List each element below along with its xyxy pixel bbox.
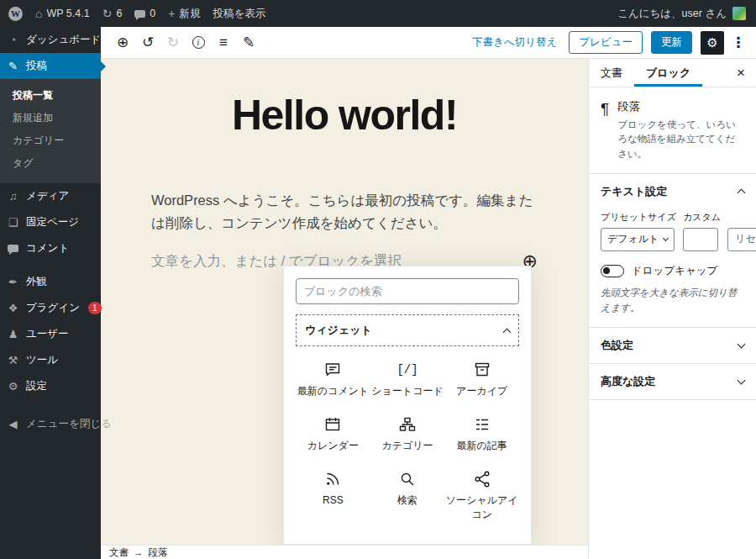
share-icon [472, 469, 492, 489]
sidebar-item-media[interactable]: ♫ メディア [0, 183, 101, 209]
comments-count: 0 [150, 8, 155, 19]
edit-tool-button[interactable]: ✎ [237, 31, 260, 55]
block-search-input[interactable] [296, 278, 519, 304]
block-card: ¶ 段落 ブロックを使って、いろいろな物語を組み立ててください。 [589, 87, 756, 174]
chevron-up-icon [503, 328, 512, 336]
current-menu-arrow-icon [101, 61, 106, 71]
submenu-item-all-posts[interactable]: 投稿一覧 [0, 84, 101, 107]
advanced-settings-panel: 高度な設定 [589, 364, 756, 400]
block-type-label: RSS [323, 493, 344, 507]
plugin-icon: ❖ [7, 303, 19, 314]
block-type-latest-posts[interactable]: 最新の記事 [444, 414, 519, 452]
block-type-label: 最新の記事 [457, 439, 507, 452]
sidebar-item-label: コメント [26, 241, 69, 256]
sidebar-item-users[interactable]: ♟ ユーザー [0, 321, 101, 347]
archive-icon [472, 360, 492, 380]
preset-size-label: プリセットサイズ [601, 211, 676, 224]
reset-button[interactable]: リセット [727, 228, 756, 251]
user-greeting[interactable]: こんにちは、user さん [617, 7, 727, 21]
sidebar-item-appearance[interactable]: ✒ 外観 [0, 269, 101, 295]
collapse-arrow-icon: ◀ [7, 419, 19, 430]
site-name-label: WP 5.4.1 [46, 8, 89, 19]
sidebar-item-plugins[interactable]: ❖ プラグイン 1 [0, 295, 101, 321]
block-card-description: ブロックを使って、いろいろな物語を組み立ててください。 [617, 118, 744, 161]
brush-icon: ✒ [7, 277, 19, 287]
menu-separator [0, 261, 101, 269]
post-paragraph-block[interactable]: WordPress へようこそ。こちらは最初の投稿です。編集または削除し、コンテ… [151, 189, 538, 234]
sidebar-item-posts[interactable]: ✎ 投稿 [0, 53, 101, 79]
block-type-calendar[interactable]: カレンダー [296, 414, 370, 452]
color-settings-header[interactable]: 色設定 [589, 328, 756, 363]
post-title-field[interactable]: Hello world! [151, 92, 538, 139]
block-type-shortcode[interactable]: [/] ショートコード [370, 360, 445, 398]
block-inserter-button[interactable]: ⊕ [111, 31, 134, 55]
advanced-settings-header[interactable]: 高度な設定 [589, 364, 756, 399]
view-post-link[interactable]: 投稿を表示 [213, 7, 265, 21]
preset-size-select[interactable]: デフォルト [601, 228, 675, 251]
settings-sidebar: 文書 ブロック × ¶ 段落 ブロックを使って、いろいろな物語を組み立ててくださ… [588, 59, 756, 559]
block-card-title: 段落 [617, 99, 744, 114]
comment-icon [323, 360, 343, 380]
block-type-label: カレンダー [307, 439, 359, 452]
widgets-section-header[interactable]: ウィジェット [296, 314, 519, 346]
media-icon: ♫ [7, 191, 19, 202]
block-type-rss[interactable]: RSS [296, 469, 370, 520]
submenu-item-tags[interactable]: タグ [0, 152, 101, 175]
update-button[interactable]: 更新 [651, 31, 692, 54]
block-type-latest-comments[interactable]: 最新のコメント [296, 360, 370, 398]
settings-gear-button[interactable]: ⚙ [701, 31, 724, 55]
block-type-search[interactable]: 検索 [370, 469, 445, 520]
sidebar-item-tools[interactable]: ⚒ ツール [0, 347, 101, 373]
sidebar-item-dashboard[interactable]: ◔ ダッシュボード [0, 27, 101, 53]
user-avatar[interactable] [732, 7, 746, 20]
custom-size-input[interactable] [683, 228, 718, 251]
block-type-social-icons[interactable]: ソーシャルアイコン [444, 469, 519, 520]
tools-icon: ⚒ [7, 355, 19, 366]
calendar-icon [323, 414, 343, 435]
comments-icon [7, 243, 19, 254]
block-type-categories[interactable]: カテゴリー [370, 414, 445, 452]
new-content-menu[interactable]: + 新規 [168, 7, 200, 21]
sidebar-item-pages[interactable]: ❏ 固定ページ [0, 209, 101, 235]
block-type-archives[interactable]: アーカイブ [444, 360, 519, 398]
admin-bar: W ⌂ WP 5.4.1 ↻ 6 0 + 新規 投稿を表示 こんにちは、user… [0, 0, 756, 27]
preview-button[interactable]: プレビュー [569, 31, 643, 54]
updates-indicator[interactable]: ↻ 6 [102, 8, 123, 19]
latest-posts-icon [472, 414, 492, 435]
redo-button[interactable]: ↻ [161, 31, 185, 55]
comment-bubble-icon [134, 10, 145, 18]
switch-to-draft-button[interactable]: 下書きへ切り替え [472, 35, 557, 50]
breadcrumb-current-block[interactable]: 段落 [149, 546, 168, 559]
tab-document[interactable]: 文書 [589, 59, 634, 87]
sidebar-item-comments[interactable]: コメント [0, 235, 101, 261]
close-settings-button[interactable]: × [726, 59, 756, 87]
text-settings-header[interactable]: テキスト設定 [589, 174, 756, 209]
block-type-label: ショートコード [371, 384, 443, 398]
wordpress-logo-menu[interactable]: W [8, 7, 23, 21]
site-name-menu[interactable]: ⌂ WP 5.4.1 [35, 8, 90, 19]
tab-block[interactable]: ブロック [634, 59, 702, 87]
content-structure-button[interactable]: i [186, 31, 210, 55]
editor-toolbar: ⊕ ↺ ↻ i ≡ ✎ 下書きへ切り替え プレビュー 更新 ⚙ ⋮ [101, 27, 756, 59]
sidebar-item-label: 固定ページ [26, 215, 79, 229]
submenu-item-categories[interactable]: カテゴリー [0, 129, 101, 152]
block-grid: 最新のコメント [/] ショートコード アーカイブ [296, 346, 519, 521]
admin-menu: ◔ ダッシュボード ✎ 投稿 投稿一覧 新規追加 カテゴリー タグ ♫ メディア… [0, 27, 101, 559]
dropcap-toggle[interactable] [601, 265, 624, 277]
sidebar-item-label: メディア [26, 189, 69, 203]
panel-title: 色設定 [601, 338, 633, 353]
update-icon: ↻ [102, 8, 113, 19]
rss-icon [323, 469, 343, 489]
breadcrumb-document[interactable]: 文書 [109, 546, 129, 559]
collapse-menu-button[interactable]: ◀ メニューを閉じる [0, 411, 101, 437]
sidebar-item-label: ツール [26, 353, 58, 367]
block-type-label: 最新のコメント [297, 384, 369, 398]
breadcrumb-arrow-icon: → [134, 547, 144, 557]
comments-indicator[interactable]: 0 [134, 8, 155, 19]
submenu-item-add-new[interactable]: 新規追加 [0, 107, 101, 129]
undo-button[interactable]: ↺ [136, 31, 160, 55]
sidebar-item-settings[interactable]: ⚙ 設定 [0, 373, 101, 399]
sidebar-item-label: メニューを閉じる [26, 417, 112, 431]
more-options-button[interactable]: ⋮ [729, 31, 748, 55]
block-navigation-button[interactable]: ≡ [212, 31, 235, 55]
